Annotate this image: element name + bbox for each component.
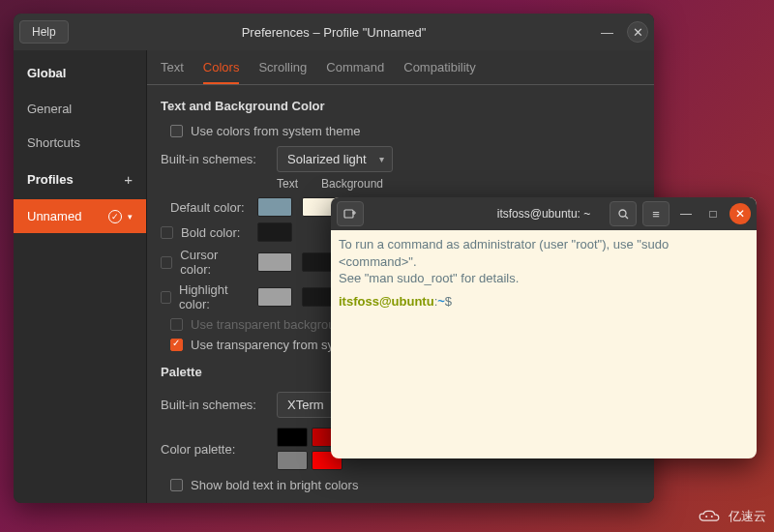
default-text-swatch[interactable] [257, 197, 292, 217]
checkbox-label: Show bold text in bright colors [191, 478, 358, 492]
help-button[interactable]: Help [19, 20, 69, 44]
svg-point-6 [711, 516, 713, 517]
builtin-label: Built-in schemes: [161, 152, 267, 166]
maximize-icon[interactable]: □ [702, 203, 724, 224]
terminal-left-buttons [337, 201, 364, 226]
background-column-label: Background [321, 177, 399, 191]
palette-swatch[interactable] [277, 428, 308, 447]
sidebar-profiles-header: Profiles + [14, 160, 146, 199]
tab-command[interactable]: Command [326, 60, 384, 84]
bold-color-label: Bold color: [161, 225, 248, 240]
svg-line-4 [625, 216, 628, 219]
show-bold-bright-row[interactable]: Show bold text in bright colors [161, 475, 640, 495]
palette-swatch[interactable] [277, 451, 308, 470]
profile-dropdown-icon[interactable]: ▾ [128, 212, 133, 222]
checkbox-label: Use transparent background [191, 317, 349, 332]
checkbox-icon[interactable] [161, 291, 171, 304]
svg-point-3 [619, 210, 626, 217]
tab-colors[interactable]: Colors [203, 60, 240, 84]
sidebar-global-header: Global [14, 54, 146, 92]
hamburger-menu-icon[interactable]: ≡ [642, 201, 670, 226]
watermark: 亿速云 [696, 507, 766, 526]
new-tab-icon[interactable] [337, 201, 364, 226]
checkbox-icon[interactable] [161, 256, 172, 269]
tab-scrolling[interactable]: Scrolling [258, 60, 307, 84]
terminal-right-buttons: ≡ — □ ✕ [610, 201, 751, 226]
text-column-label: Text [277, 177, 317, 191]
highlight-text-swatch[interactable] [257, 287, 292, 307]
highlight-color-label: Highlight color: [161, 282, 248, 311]
close-icon[interactable]: ✕ [627, 21, 648, 43]
bold-text-swatch[interactable] [257, 222, 292, 242]
terminal-titlebar: itsfoss@ubuntu: ~ ≡ — □ ✕ [331, 197, 757, 230]
tabs: Text Colors Scrolling Command Compatibil… [147, 50, 654, 85]
cloud-icon [696, 507, 723, 526]
section-title: Text and Background Color [161, 99, 640, 113]
checkbox-label: Use colors from system theme [191, 124, 361, 138]
svg-rect-0 [344, 210, 353, 218]
color-palette-label: Color palette: [161, 442, 267, 457]
palette-scheme-label: Built-in schemes: [161, 398, 267, 412]
terminal-prompt: itsfoss@ubuntu:~$ [339, 293, 749, 310]
checkbox-icon[interactable] [170, 479, 183, 491]
terminal-line: To run a command as administrator (user … [339, 236, 749, 270]
add-profile-icon[interactable]: + [124, 171, 133, 188]
prompt-user: itsfoss@ubuntu [339, 294, 434, 309]
checkbox-icon[interactable] [170, 339, 183, 351]
svg-point-5 [705, 516, 707, 517]
terminal-title: itsfoss@ubuntu: ~ [497, 207, 591, 221]
window-title: Preferences – Profile "Unnamed" [242, 25, 427, 40]
sidebar-item-label: Unnamed [27, 209, 81, 223]
cursor-text-swatch[interactable] [257, 252, 292, 272]
tab-compatibility[interactable]: Compatibility [403, 60, 475, 84]
use-system-theme-row[interactable]: Use colors from system theme [161, 121, 640, 141]
checkbox-icon [170, 318, 183, 331]
terminal-window: itsfoss@ubuntu: ~ ≡ — □ ✕ To run a comma… [331, 197, 757, 458]
minimize-icon[interactable]: — [675, 203, 697, 224]
search-icon[interactable] [610, 201, 637, 226]
builtin-scheme-row: Built-in schemes: Solarized light [161, 141, 640, 177]
terminal-body[interactable]: To run a command as administrator (user … [331, 230, 757, 458]
tab-text[interactable]: Text [161, 60, 184, 84]
color-columns-header: Text Background [277, 177, 640, 191]
cursor-color-label: Cursor color: [161, 248, 248, 277]
builtin-scheme-select[interactable]: Solarized light [277, 146, 393, 172]
sidebar: Global General Shortcuts Profiles + Unna… [14, 50, 147, 503]
sidebar-item-unnamed[interactable]: Unnamed ✓ ▾ [14, 199, 146, 233]
checkbox-icon[interactable] [161, 226, 173, 239]
sidebar-item-shortcuts[interactable]: Shortcuts [14, 126, 146, 160]
close-icon[interactable]: ✕ [729, 203, 751, 224]
prompt-path: ~ [437, 294, 445, 309]
default-color-label: Default color: [161, 200, 248, 215]
terminal-line: See "man sudo_root" for details. [339, 270, 749, 287]
profile-check-icon: ✓ [108, 210, 122, 223]
titlebar-actions: — ✕ [601, 21, 648, 43]
preferences-titlebar: Help Preferences – Profile "Unnamed" — ✕ [14, 14, 654, 50]
checkbox-icon[interactable] [170, 125, 183, 137]
minimize-icon[interactable]: — [601, 25, 613, 40]
sidebar-item-general[interactable]: General [14, 92, 146, 126]
